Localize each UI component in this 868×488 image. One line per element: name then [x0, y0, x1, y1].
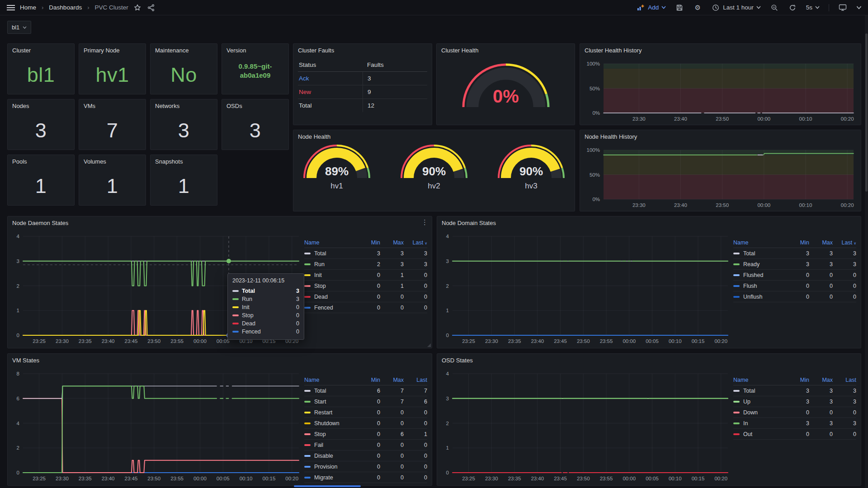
- dashboard-settings-gear-icon[interactable]: ⚙: [693, 3, 702, 12]
- legend-series-label: Stop: [314, 283, 326, 289]
- vertical-scrollbar-thumb[interactable]: [865, 33, 868, 192]
- zoom-out-icon[interactable]: [770, 3, 779, 12]
- tooltip-series-name: Total: [242, 288, 293, 294]
- stat-panel-primary-node: Primary Node hv1: [79, 43, 146, 94]
- legend-series-restart[interactable]: Restart: [304, 409, 357, 416]
- legend-series-in[interactable]: In: [733, 420, 786, 427]
- legend-series-disable[interactable]: Disable: [304, 453, 357, 459]
- legend-series-fenced[interactable]: Fenced: [304, 305, 357, 311]
- legend-header-min[interactable]: Min: [357, 377, 380, 383]
- panel-title: VMs: [79, 99, 146, 112]
- legend-series-total[interactable]: Total: [304, 388, 357, 394]
- legend-min-value: 0: [357, 420, 380, 427]
- refresh-interval-picker[interactable]: 5s: [806, 4, 820, 11]
- osd-states-chart[interactable]: 23:2523:3023:3523:4023:4523:5023:5500:00…: [440, 368, 731, 483]
- svg-text:23:55: 23:55: [600, 338, 613, 344]
- tooltip-series-name: Fenced: [242, 328, 293, 335]
- breadcrumb-dashboards[interactable]: Dashboards: [49, 4, 82, 11]
- panel-resize-handle[interactable]: [427, 343, 431, 347]
- menu-hamburger-icon[interactable]: [6, 3, 15, 12]
- panel-title: Maintenance: [151, 44, 217, 56]
- legend-series-flush[interactable]: Flush: [733, 283, 786, 289]
- legend-series-total[interactable]: Total: [304, 250, 357, 257]
- legend-series-out[interactable]: Out: [733, 431, 786, 437]
- svg-text:4: 4: [17, 421, 20, 426]
- legend-series-total[interactable]: Total: [733, 388, 786, 394]
- panel-cluster-health-history: Cluster Health History 23:3023:4023:5000…: [580, 43, 861, 125]
- legend-header-name[interactable]: Name: [733, 377, 786, 383]
- cluster-health-history-chart[interactable]: 23:3023:4023:5000:0000:1000:200%50%100%: [583, 56, 857, 124]
- add-panel-button[interactable]: Add: [636, 3, 666, 12]
- vm-states-chart[interactable]: 23:2523:3023:3523:4023:4523:5023:5500:00…: [10, 368, 302, 483]
- share-icon[interactable]: [146, 3, 156, 12]
- refresh-icon[interactable]: [788, 3, 797, 12]
- legend-min-value: 0: [786, 272, 809, 278]
- tooltip-series-name: Init: [242, 304, 293, 310]
- vm-states-plot: 23:2523:3023:3523:4023:4523:5023:5500:00…: [10, 368, 302, 483]
- node-health-history-chart[interactable]: 23:3023:4023:5000:0000:1000:200%50%100%: [583, 143, 857, 210]
- legend-horizontal-scrollbar-thumb[interactable]: [294, 485, 361, 487]
- legend-header-name[interactable]: Name: [304, 377, 357, 383]
- favorite-star-icon[interactable]: [133, 3, 142, 12]
- legend-series-label: Dead: [314, 294, 328, 300]
- node-domain-states-chart[interactable]: 23:2523:3023:3523:4023:4523:5023:5500:00…: [440, 231, 731, 346]
- legend-series-label: Shutdown: [314, 420, 340, 427]
- legend-series-start[interactable]: Start: [304, 399, 357, 405]
- legend-header-max[interactable]: Max: [380, 377, 404, 383]
- legend-header-max[interactable]: Max: [380, 239, 404, 246]
- svg-text:23:30: 23:30: [485, 338, 498, 344]
- panel-title: Volumes: [79, 155, 146, 168]
- legend-header-name[interactable]: Name: [733, 239, 786, 246]
- save-dashboard-icon[interactable]: [675, 3, 684, 12]
- panel-title: OSD States: [437, 354, 861, 366]
- variable-dropdown-cluster[interactable]: bl1: [7, 21, 31, 34]
- legend-header-min[interactable]: Min: [786, 239, 809, 246]
- legend-series-unflush[interactable]: Unflush: [733, 294, 786, 300]
- legend-header-max[interactable]: Max: [809, 239, 833, 246]
- panel-menu-kebab-icon[interactable]: ⋮: [421, 219, 428, 225]
- svg-text:6: 6: [17, 396, 19, 401]
- time-range-picker[interactable]: Last 1 hour: [711, 3, 761, 12]
- legend-series-stop[interactable]: Stop: [304, 431, 357, 437]
- legend-series-init[interactable]: Init: [304, 272, 357, 278]
- legend-header-last[interactable]: Last: [404, 377, 427, 383]
- legend-series-total[interactable]: Total: [733, 250, 786, 257]
- legend-header-last[interactable]: Last∨: [833, 239, 856, 246]
- svg-text:00:10: 00:10: [240, 476, 253, 481]
- legend-series-ready[interactable]: Ready: [733, 261, 786, 267]
- legend-series-label: Out: [743, 431, 752, 437]
- chevron-down-icon[interactable]: [856, 6, 862, 9]
- series-color-swatch: [733, 422, 740, 424]
- legend-series-up[interactable]: Up: [733, 399, 786, 405]
- legend-header-last[interactable]: Last∨: [404, 239, 427, 246]
- legend-header-name[interactable]: Name: [304, 239, 357, 246]
- legend-last-value: 0: [833, 294, 856, 300]
- svg-text:3: 3: [446, 396, 449, 401]
- legend-series-flushed[interactable]: Flushed: [733, 272, 786, 278]
- legend-series-shutdown[interactable]: Shutdown: [304, 420, 357, 427]
- svg-text:23:30: 23:30: [56, 476, 69, 481]
- legend-series-fail[interactable]: Fail: [304, 442, 357, 448]
- breadcrumb-home[interactable]: Home: [20, 4, 36, 11]
- panel-cluster-faults: Cluster Faults StatusFaultsAck3New9Total…: [293, 43, 432, 125]
- legend-header-min[interactable]: Min: [357, 239, 380, 246]
- stat-panel-snapshots: Snapshots 1: [150, 155, 217, 206]
- legend-series-stop[interactable]: Stop: [304, 283, 357, 289]
- legend-max-value: 3: [380, 261, 404, 267]
- legend-header-last[interactable]: Last: [833, 377, 856, 383]
- legend-header-max[interactable]: Max: [809, 377, 833, 383]
- legend-last-value: 0: [404, 294, 427, 300]
- legend-series-down[interactable]: Down: [733, 409, 786, 416]
- legend-row: Init010: [304, 270, 427, 281]
- panel-title: Nodes: [8, 99, 74, 112]
- vertical-scrollbar-track[interactable]: [865, 15, 868, 488]
- legend-series-run[interactable]: Run: [304, 261, 357, 267]
- legend-series-provision[interactable]: Provision: [304, 464, 357, 470]
- tv-mode-icon[interactable]: [838, 3, 847, 12]
- svg-text:00:10: 00:10: [799, 116, 812, 122]
- legend-min-value: 3: [357, 250, 380, 257]
- legend-series-dead[interactable]: Dead: [304, 294, 357, 300]
- legend-header-min[interactable]: Min: [786, 377, 809, 383]
- legend-series-migrate[interactable]: Migrate: [304, 474, 357, 481]
- svg-text:00:00: 00:00: [623, 338, 636, 344]
